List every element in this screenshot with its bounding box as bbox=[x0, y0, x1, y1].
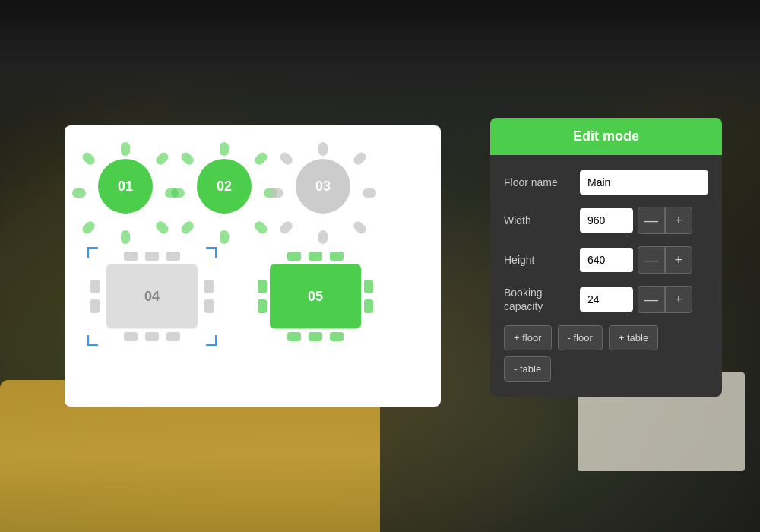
table-circle-02: 02 bbox=[197, 159, 252, 214]
booking-capacity-increment-button[interactable]: + bbox=[665, 286, 692, 313]
table-rect-04: 04 bbox=[106, 264, 198, 329]
floor-name-label: Floor name bbox=[504, 176, 580, 188]
booking-capacity-decrement-button[interactable]: — bbox=[638, 286, 665, 313]
booking-capacity-row: Booking capacity — + bbox=[504, 286, 708, 313]
chairs-05-left bbox=[258, 280, 267, 313]
chairs-05-top bbox=[287, 252, 344, 261]
selection-corner-bl bbox=[87, 335, 98, 346]
table-circle-01: 01 bbox=[98, 159, 153, 214]
table-05[interactable]: 05 bbox=[255, 247, 376, 346]
table-circle-03: 03 bbox=[296, 159, 350, 214]
table-rect-05: 05 bbox=[270, 264, 361, 329]
selection-corner-tl bbox=[87, 247, 98, 258]
table-04[interactable]: 04 bbox=[87, 247, 217, 346]
booking-capacity-input[interactable] bbox=[580, 287, 633, 312]
chairs-05-right bbox=[364, 280, 373, 313]
width-input[interactable] bbox=[580, 208, 633, 233]
add-floor-button[interactable]: + floor bbox=[504, 325, 552, 350]
chairs-04-left bbox=[90, 280, 100, 313]
floor-name-input[interactable] bbox=[580, 170, 708, 195]
width-increment-button[interactable]: + bbox=[665, 207, 692, 234]
booking-capacity-stepper: — + bbox=[638, 286, 692, 313]
selection-corner-tr bbox=[206, 247, 217, 258]
table-02[interactable]: 02 bbox=[186, 148, 262, 224]
height-input[interactable] bbox=[580, 248, 633, 272]
width-stepper: — + bbox=[638, 207, 692, 234]
add-table-button[interactable]: + table bbox=[609, 325, 658, 350]
chairs-04-top bbox=[124, 252, 180, 261]
chairs-04-right bbox=[204, 280, 214, 313]
edit-panel: Edit mode Floor name Width — + Height — … bbox=[490, 118, 722, 397]
chairs-05-bottom bbox=[287, 332, 344, 341]
ceiling-bg bbox=[0, 0, 760, 137]
floor-plan-container: 01 02 bbox=[65, 125, 441, 407]
height-increment-button[interactable]: + bbox=[665, 246, 692, 274]
edit-panel-header: Edit mode bbox=[490, 118, 722, 155]
height-decrement-button[interactable]: — bbox=[638, 246, 665, 274]
action-buttons-row: + floor - floor + table - table bbox=[504, 325, 708, 382]
width-label: Width bbox=[504, 214, 580, 226]
chairs-04-bottom bbox=[124, 332, 180, 341]
edit-mode-title: Edit mode bbox=[573, 128, 639, 144]
table-03[interactable]: 03 bbox=[285, 148, 361, 224]
height-stepper: — + bbox=[638, 246, 692, 274]
floor-name-row: Floor name bbox=[504, 170, 708, 195]
height-row: Height — + bbox=[504, 246, 708, 274]
selection-corner-br bbox=[206, 335, 217, 346]
remove-floor-button[interactable]: - floor bbox=[558, 325, 603, 350]
table-01[interactable]: 01 bbox=[87, 148, 163, 224]
booking-capacity-label: Booking capacity bbox=[504, 286, 580, 313]
width-decrement-button[interactable]: — bbox=[638, 207, 665, 234]
remove-table-button[interactable]: - table bbox=[504, 356, 551, 382]
width-row: Width — + bbox=[504, 207, 708, 234]
edit-panel-body: Floor name Width — + Height — + Booking … bbox=[490, 155, 722, 397]
height-label: Height bbox=[504, 254, 580, 266]
